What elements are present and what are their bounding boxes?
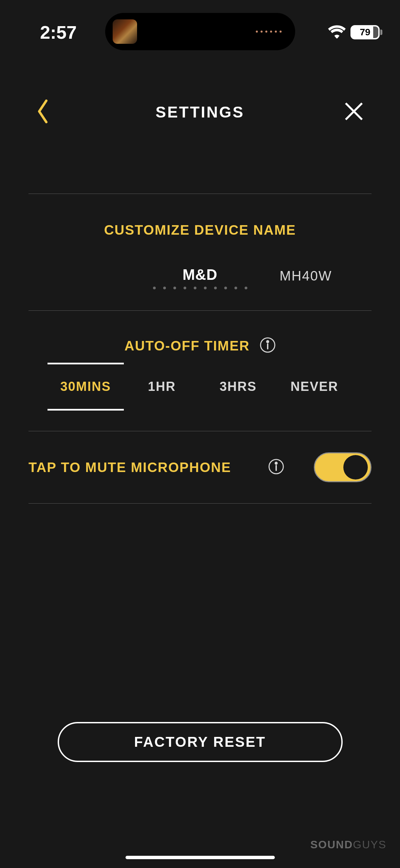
auto-off-tabs: 30MINS 1HR 3HRS NEVER	[28, 364, 372, 411]
tap-to-mute-row: TAP TO MUTE MICROPHONE	[28, 452, 372, 482]
tap-to-mute-toggle[interactable]	[314, 452, 372, 482]
device-name-row: M&D MH40W	[28, 266, 372, 297]
dynamic-island[interactable]	[105, 13, 295, 50]
svg-point-6	[275, 462, 277, 464]
battery-percent: 79	[360, 27, 370, 38]
status-bar: 2:57 79	[0, 0, 400, 51]
now-playing-art	[113, 19, 137, 44]
watermark: SOUNDGUYS	[310, 838, 386, 851]
page-header: SETTINGS	[0, 95, 400, 129]
device-name-input[interactable]: M&D	[183, 266, 217, 283]
tap-to-mute-label: TAP TO MUTE MICROPHONE	[28, 460, 231, 475]
home-indicator[interactable]	[126, 856, 275, 859]
input-placeholder-dots	[153, 287, 247, 289]
divider	[28, 310, 372, 311]
tab-never[interactable]: NEVER	[276, 364, 353, 411]
battery-indicator: 79	[350, 25, 380, 39]
page-title: SETTINGS	[155, 103, 244, 121]
tab-1hr[interactable]: 1HR	[124, 364, 200, 411]
divider	[28, 431, 372, 431]
wifi-icon	[328, 25, 346, 40]
divider	[28, 503, 372, 504]
divider	[28, 194, 372, 194]
device-name-section-title: CUSTOMIZE DEVICE NAME	[28, 222, 372, 238]
back-button[interactable]	[37, 100, 49, 125]
device-model-suffix: MH40W	[280, 268, 332, 284]
tab-3hrs[interactable]: 3HRS	[200, 364, 277, 411]
toggle-knob	[343, 455, 368, 480]
close-button[interactable]	[344, 101, 364, 123]
info-icon[interactable]	[268, 459, 284, 476]
factory-reset-button[interactable]: FACTORY RESET	[58, 722, 343, 762]
auto-off-section-title: AUTO-OFF TIMER	[125, 338, 250, 354]
status-time: 2:57	[40, 22, 77, 43]
audio-eq-icon	[256, 31, 282, 33]
info-icon[interactable]	[260, 337, 275, 354]
svg-point-3	[267, 341, 269, 343]
tab-30mins[interactable]: 30MINS	[47, 363, 124, 411]
